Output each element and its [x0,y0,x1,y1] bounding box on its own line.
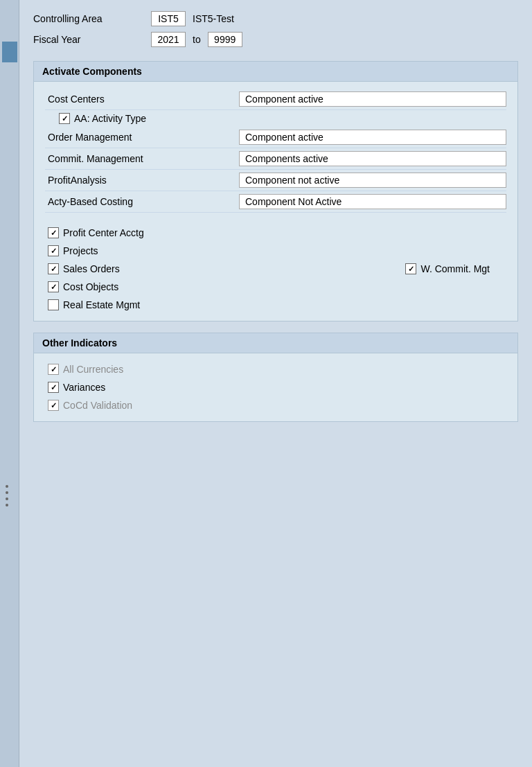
cocd-validation-checkbox[interactable] [48,400,59,411]
all-currencies-label: All Currencies [63,364,123,375]
commit-management-label: Commit. Management [45,153,239,164]
fiscal-year-to[interactable]: 9999 [208,32,242,47]
left-checkboxes: Profit Center Acctg Projects Sales Order… [45,224,506,314]
main-content: Controlling Area IST5 IST5-Test Fiscal Y… [19,0,532,444]
commit-management-status: Components active [239,151,506,166]
cost-objects-label: Cost Objects [63,281,118,292]
acty-based-costing-status: Component Not Active [239,194,506,209]
activate-components-header: Activate Components [34,62,517,82]
activate-components-body: Cost Centers Component active AA: Activi… [34,82,517,321]
dot-4 [6,504,8,506]
order-management-label: Order Management [45,132,239,143]
fiscal-year-from[interactable]: 2021 [151,32,186,47]
order-management-status: Component active [239,130,506,145]
cost-objects-row: Cost Objects [45,278,506,296]
other-indicators-body: All Currencies Variances CoCd Validation [34,353,517,421]
w-commit-mgt-checkbox[interactable] [405,263,416,274]
w-commit-mgt-label: W. Commit. Mgt [420,263,490,274]
variances-label: Variances [63,382,105,393]
real-estate-label: Real Estate Mgmt [63,299,140,310]
page-container: Controlling Area IST5 IST5-Test Fiscal Y… [0,0,532,444]
left-sidebar [0,0,19,767]
other-indicators-section: Other Indicators All Currencies Variance… [33,333,518,422]
profit-center-checkbox[interactable] [48,227,59,238]
variances-row: Variances [45,378,506,396]
profit-center-label: Profit Center Acctg [63,227,144,238]
profit-analysis-label: ProfitAnalysis [45,175,239,186]
cocd-validation-label: CoCd Validation [63,400,132,411]
dot-1 [6,485,8,488]
controlling-area-label: Controlling Area [33,13,144,24]
aa-activity-label: AA: Activity Type [74,113,146,124]
cocd-validation-row: CoCd Validation [45,396,506,414]
fiscal-year-label: Fiscal Year [33,34,144,45]
fiscal-year-row: Fiscal Year 2021 to 9999 [33,32,518,47]
projects-row: Projects [45,242,506,260]
acty-based-costing-row: Acty-Based Costing Component Not Active [45,191,506,213]
other-indicators-header: Other Indicators [34,333,517,353]
controlling-area-row: Controlling Area IST5 IST5-Test [33,11,518,26]
cost-centers-label: Cost Centers [45,94,239,105]
sales-orders-row: Sales Orders W. Commit. Mgt [45,260,506,278]
aa-activity-checkbox[interactable] [59,113,70,124]
sales-orders-checkbox[interactable] [48,263,59,274]
projects-checkbox[interactable] [48,245,59,256]
checkboxes-area: Profit Center Acctg Projects Sales Order… [45,224,506,314]
profit-analysis-status: Component not active [239,173,506,188]
aa-activity-row: AA: Activity Type [45,110,506,127]
controlling-area-name: IST5-Test [193,13,234,24]
fiscal-year-to-label: to [193,34,201,45]
sales-orders-label: Sales Orders [63,263,120,274]
header-fields: Controlling Area IST5 IST5-Test Fiscal Y… [33,11,518,47]
activate-components-section: Activate Components Cost Centers Compone… [33,61,518,321]
real-estate-row: Real Estate Mgmt [45,296,506,314]
profit-center-row: Profit Center Acctg [45,224,506,242]
acty-based-costing-label: Acty-Based Costing [45,196,239,207]
dot-2 [6,491,8,494]
profit-analysis-row: ProfitAnalysis Component not active [45,170,506,191]
variances-checkbox[interactable] [48,382,59,393]
cost-centers-row: Cost Centers Component active [45,89,506,110]
w-commit-mgt-wrapper: W. Commit. Mgt [405,263,504,274]
projects-label: Projects [63,245,98,256]
real-estate-checkbox[interactable] [48,299,59,310]
dot-3 [6,497,8,500]
cost-centers-status: Component active [239,91,506,107]
commit-management-row: Commit. Management Components active [45,148,506,170]
sidebar-dots [6,485,8,506]
controlling-area-code[interactable]: IST5 [151,11,186,26]
sidebar-marker [2,42,17,62]
cost-objects-checkbox[interactable] [48,281,59,292]
order-management-row: Order Management Component active [45,127,506,148]
all-currencies-row: All Currencies [45,360,506,378]
all-currencies-checkbox[interactable] [48,364,59,375]
